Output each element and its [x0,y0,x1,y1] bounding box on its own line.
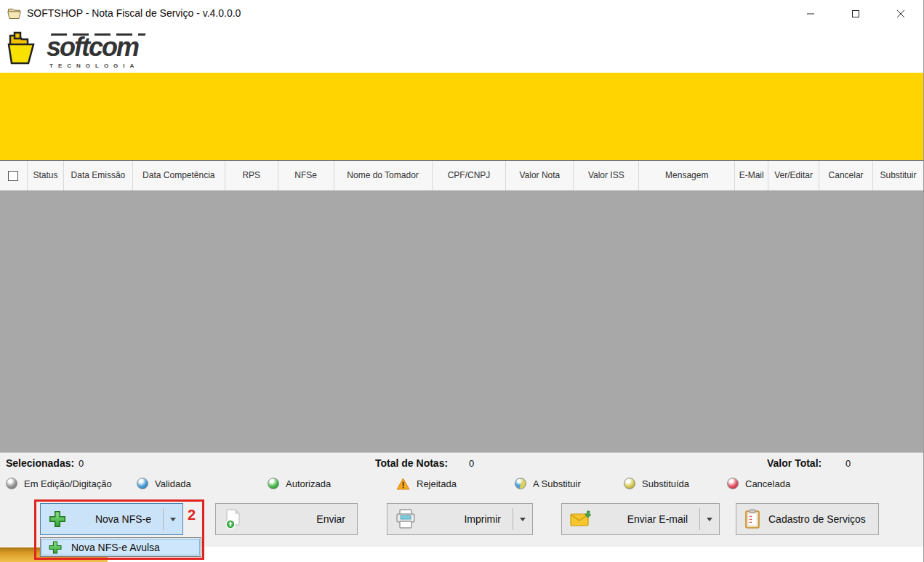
col-data-emissao: Data Emissão [64,161,133,190]
menu-item-label: Nova NFS-e Avulsa [71,542,160,553]
legend-autorizada: Autorizada [268,477,331,490]
annotation-step-number: 2 [188,507,196,523]
enviar-email-dropdown-arrow[interactable] [700,518,719,521]
legend-rejeitada: Rejeitada [396,477,457,490]
cadastro-servicos-button[interactable]: Cadastro de Serviços [736,503,879,535]
legend-substituida: Substituída [624,477,689,490]
enviar-email-button[interactable]: Enviar E-mail [561,503,720,535]
window-title: SOFTSHOP - Nota Fiscal de Serviço - v.4.… [27,7,241,19]
email-envelope-icon [569,510,592,529]
status-blue-orb-icon [137,478,148,489]
menu-item-nova-nfse-avulsa[interactable]: Nova NFS-e Avulsa [41,539,200,555]
brand-name: softcom [47,32,138,63]
status-split-orb-icon [515,478,526,489]
enviar-button[interactable]: Enviar [215,503,358,535]
col-mensagem: Mensagem [639,161,735,190]
app-folder-icon [7,6,22,21]
logo-bar: softcom TECNOLOGIA [0,28,923,73]
upload-document-icon [223,508,244,530]
selecionadas-label: Selecionadas: [6,457,74,469]
cadastro-servicos-label: Cadastro de Serviços [768,513,866,525]
filter-toolbar: Empresa: MATRIZ - 06220266000126 Nome/To… [0,73,923,160]
enviar-label: Enviar [316,513,357,525]
valor-total-value: 0 [845,458,851,469]
select-all-cell [0,161,28,190]
nova-nfse-dropdown-menu: Nova NFS-e Avulsa [40,537,201,557]
brand-tagline: TECNOLOGIA [49,63,139,69]
status-yellow-orb-icon [624,478,635,489]
col-valor-iss: Valor ISS [574,161,639,190]
app-window: SOFTSHOP - Nota Fiscal de Serviço - v.4.… [0,0,924,562]
col-nfse: NFSe [278,161,334,190]
status-gray-orb-icon [6,478,17,489]
window-controls [788,0,923,28]
col-ver-editar: Ver/Editar [768,161,819,190]
legend-em-edicao: Em Edição/Digitação [6,477,112,490]
enviar-email-label: Enviar E-mail [627,513,699,525]
col-valor-nota: Valor Nota [506,161,574,190]
table-body-empty [0,191,923,452]
close-button[interactable] [878,0,923,28]
selecionadas-value: 0 [79,458,84,469]
col-cancelar: Cancelar [819,161,873,190]
valor-total-label: Valor Total: [767,457,821,469]
legend-validada: Validada [137,477,191,490]
col-cpf-cnpj: CPF/CNPJ [433,161,507,190]
table-header: Status Data Emissão Data Competência RPS… [0,160,923,191]
maximize-button[interactable] [833,0,878,28]
plus-icon [48,540,63,555]
nova-nfse-dropdown-arrow[interactable] [164,518,182,521]
col-status: Status [28,161,64,190]
nova-nfse-button[interactable]: Nova NFS-e [40,503,183,535]
col-email: E-Mail [735,161,768,190]
warning-triangle-icon [396,478,410,490]
col-nome-tomador: Nome do Tomador [334,161,433,190]
nova-nfse-label: Nova NFS-e [95,513,163,525]
status-green-orb-icon [268,478,279,489]
status-red-orb-icon [727,478,739,489]
imprimir-dropdown-arrow[interactable] [513,518,532,521]
clipboard-icon [744,509,761,529]
select-all-checkbox[interactable] [8,171,18,181]
col-substituir: Substituir [873,161,923,190]
softcom-logo-icon [4,30,45,71]
imprimir-button[interactable]: Imprimir [387,503,533,535]
legend-a-substituir: A Substituir [515,477,581,490]
printer-icon [395,508,417,530]
legend-cancelada: Cancelada [727,477,790,490]
minimize-button[interactable] [788,0,833,28]
col-data-competencia: Data Competência [133,161,225,190]
titlebar: SOFTSHOP - Nota Fiscal de Serviço - v.4.… [0,0,923,28]
plus-icon [48,510,67,529]
imprimir-label: Imprimir [464,513,513,525]
total-notas-label: Total de Notas: [375,457,448,469]
col-rps: RPS [225,161,278,190]
total-notas-value: 0 [469,458,474,469]
